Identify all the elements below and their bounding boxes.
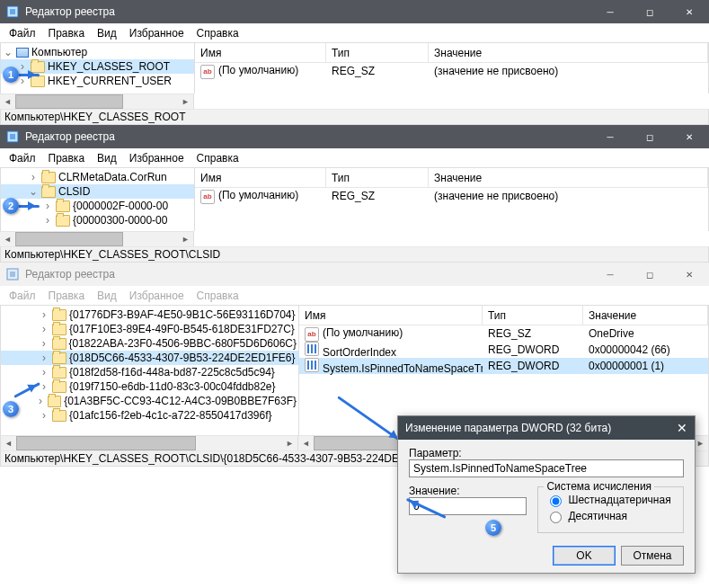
dword-icon <box>305 358 319 372</box>
menu-view[interactable]: Вид <box>92 150 122 166</box>
chevron-right-icon: › <box>17 60 28 73</box>
dword-icon <box>305 342 319 356</box>
arrow-2 <box>18 205 40 208</box>
column-name[interactable]: Имя <box>299 306 483 325</box>
menu-file[interactable]: Файл <box>4 150 41 166</box>
param-label: Параметр: <box>409 447 684 459</box>
close-button[interactable]: ✕ <box>669 0 709 23</box>
values-pane: Имя Тип Значение ab(По умолчанию) REG_SZ… <box>195 168 708 231</box>
tree-scrollbar[interactable]: ◄► <box>0 435 298 450</box>
ok-button[interactable]: OK <box>553 546 616 566</box>
column-type[interactable]: Тип <box>326 43 429 62</box>
menu-view[interactable]: Вид <box>92 288 122 304</box>
folder-icon <box>56 215 70 227</box>
column-value[interactable]: Значение <box>429 168 708 187</box>
menu-edit[interactable]: Правка <box>43 25 91 41</box>
value-row-selected[interactable]: System.IsPinnedToNameSpaceTree REG_DWORD… <box>299 358 708 374</box>
tree-item[interactable]: ›{017F10E3-89E4-49F0-B545-618DE31FD27C} <box>1 322 298 336</box>
column-name[interactable]: Имя <box>195 168 326 187</box>
tree-pane: ›{01776DF3-B9AF-4E50-9B1C-56E93116D704} … <box>1 306 299 435</box>
minimize-button[interactable]: ─ <box>590 0 630 23</box>
tree-item[interactable]: ›{018f2d58-f16d-448a-bd87-225c8c5d5c94} <box>1 365 298 379</box>
string-icon: ab <box>305 327 319 342</box>
tree-item[interactable]: ›CLRMetaData.CorRun <box>1 170 194 184</box>
column-type[interactable]: Тип <box>326 168 429 187</box>
close-button[interactable]: ✕ <box>669 125 709 148</box>
menu-fav[interactable]: Избранное <box>124 25 190 41</box>
menu-bar: Файл Правка Вид Избранное Справка <box>0 286 709 306</box>
chevron-down-icon: ⌄ <box>3 46 13 58</box>
minimize-button[interactable]: ─ <box>590 125 630 148</box>
tree-item[interactable]: ›{01afc156-f2eb-4c1c-a722-8550417d396f} <box>1 408 298 423</box>
window-title: Редактор реестра <box>25 5 590 18</box>
tree-item[interactable]: ›{01A3BF5C-CC93-4C12-A4C3-09B0BBE7F63F} <box>1 394 298 408</box>
menu-file[interactable]: Файл <box>4 288 41 304</box>
maximize-button[interactable]: ◻ <box>630 0 669 23</box>
base-legend: Система исчисления <box>544 480 654 493</box>
cancel-button[interactable]: Отмена <box>621 546 684 566</box>
value-row[interactable]: SortOrderIndex REG_DWORD 0x00000042 (66) <box>299 342 708 358</box>
tree-item[interactable]: ›{01776DF3-B9AF-4E50-9B1C-56E93116D704} <box>1 307 298 322</box>
column-value[interactable]: Значение <box>429 43 708 62</box>
tree-pane: ›CLRMetaData.CorRun ⌄CLSID ›{0000002F-00… <box>1 168 195 231</box>
menu-help[interactable]: Справка <box>191 288 244 304</box>
step-badge-3: 3 <box>3 401 19 417</box>
tree-item-clsid[interactable]: ⌄CLSID <box>1 184 194 199</box>
maximize-button[interactable]: ◻ <box>630 263 669 286</box>
chevron-right-icon: › <box>17 75 28 87</box>
step-badge-5: 5 <box>485 520 501 536</box>
menu-edit[interactable]: Правка <box>43 150 91 166</box>
folder-icon <box>41 186 56 198</box>
menu-bar: Файл Правка Вид Избранное Справка <box>0 23 709 43</box>
menu-fav[interactable]: Избранное <box>124 150 190 166</box>
string-icon: ab <box>200 65 215 79</box>
regedit-icon <box>5 129 20 144</box>
dialog-titlebar: Изменение параметра DWORD (32 бита) ✕ <box>398 416 695 440</box>
value-row[interactable]: ab(По умолчанию) REG_SZ OneDrive <box>299 325 708 342</box>
dialog-title: Изменение параметра DWORD (32 бита) <box>405 422 611 434</box>
titlebar: Редактор реестра ─ ◻ ✕ <box>0 125 709 148</box>
tree-scrollbar[interactable]: ◄► <box>0 231 194 246</box>
close-icon[interactable]: ✕ <box>677 421 687 435</box>
menu-help[interactable]: Справка <box>191 150 244 166</box>
edit-dword-dialog: Изменение параметра DWORD (32 бита) ✕ Па… <box>397 415 696 574</box>
menu-help[interactable]: Справка <box>191 25 244 41</box>
tree-item[interactable]: ›{019f7150-e6db-11d0-83c3-00c04fddb82e} <box>1 379 298 394</box>
step-badge-2: 2 <box>3 198 19 214</box>
svg-rect-5 <box>10 272 15 277</box>
status-bar: Компьютер\HKEY_CLASSES_ROOT <box>0 109 709 125</box>
regedit-icon <box>5 4 20 19</box>
value-label: Значение: <box>409 485 527 497</box>
column-name[interactable]: Имя <box>195 43 326 62</box>
window-title: Редактор реестра <box>25 268 590 281</box>
menu-edit[interactable]: Правка <box>43 288 91 304</box>
value-row[interactable]: ab(По умолчанию) REG_SZ (значение не при… <box>195 63 708 79</box>
tree-item-computer[interactable]: ⌄Компьютер <box>1 45 194 59</box>
string-icon: ab <box>200 190 215 204</box>
window-1: Редактор реестра ─ ◻ ✕ Файл Правка Вид И… <box>0 0 709 125</box>
value-row[interactable]: ab(По умолчанию) REG_SZ (значение не при… <box>195 188 708 204</box>
radio-dec[interactable]: Десятичная <box>545 509 676 523</box>
column-value[interactable]: Значение <box>583 306 708 325</box>
values-pane: Имя Тип Значение ab(По умолчанию) REG_SZ… <box>195 43 708 94</box>
folder-icon <box>56 200 70 212</box>
window-2: Редактор реестра ─ ◻ ✕ Файл Правка Вид И… <box>0 125 709 263</box>
tree-item[interactable]: ›{01822ABA-23F0-4506-9BBC-680F5D6D606C} <box>1 336 298 351</box>
step-badge-1: 1 <box>3 67 19 83</box>
svg-rect-3 <box>10 134 15 139</box>
close-button[interactable]: ✕ <box>669 263 709 286</box>
arrow-1 <box>18 74 40 76</box>
maximize-button[interactable]: ◻ <box>630 125 669 148</box>
chevron-down-icon: ⌄ <box>28 185 39 198</box>
tree-item[interactable]: ›{00000300-0000-00 <box>1 213 194 227</box>
folder-icon <box>41 172 56 183</box>
radio-hex[interactable]: Шестнадцатеричная <box>545 493 676 507</box>
minimize-button[interactable]: ─ <box>590 263 630 286</box>
tree-item-selected-guid[interactable]: ›{018D5C66-4533-4307-9B53-224DE2ED1FE6} <box>1 351 298 365</box>
menu-fav[interactable]: Избранное <box>124 288 190 304</box>
menu-file[interactable]: Файл <box>4 25 41 41</box>
tree-scrollbar[interactable]: ◄► <box>0 94 194 109</box>
column-type[interactable]: Тип <box>483 306 583 325</box>
menu-view[interactable]: Вид <box>92 25 122 41</box>
param-input[interactable] <box>409 459 684 477</box>
